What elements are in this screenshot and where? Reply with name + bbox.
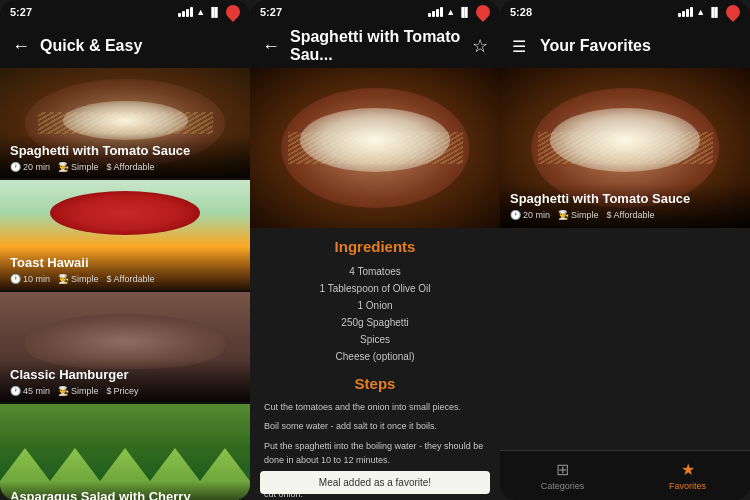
battery-icon-3: ▐▌	[708, 7, 721, 17]
screen-favorites: 5:28 ▲ ▐▌ ☰ Your Favorites Spaghetti wit…	[500, 0, 750, 500]
ingredient-5: Spices	[264, 331, 486, 348]
recipe-time-2: 10 min	[23, 274, 50, 284]
detail-hero-image	[250, 68, 500, 228]
recipe-cost-3: Pricey	[114, 386, 139, 396]
clock-icon-3: 🕐	[10, 386, 21, 396]
recipe-overlay-2: Toast Hawaii 🕐 10 min 👨‍🍳 Simple $ Affor…	[0, 247, 250, 290]
notification-badge-1	[223, 2, 243, 22]
chef-icon-fav: 👨‍🍳	[558, 210, 569, 220]
recipe-card-asparagus[interactable]: Asparagus Salad with Cherry	[0, 404, 250, 500]
ingredient-6: Cheese (optional)	[264, 348, 486, 365]
notification-badge-2	[473, 2, 493, 22]
notification-badge-3	[723, 2, 743, 22]
ingredients-list: 4 Tomatoes 1 Tablespoon of Olive Oil 1 O…	[264, 263, 486, 365]
wifi-icon-3: ▲	[696, 7, 705, 17]
recipe-cost-1: Affordable	[114, 162, 155, 172]
fav-recipe-difficulty: Simple	[571, 210, 599, 220]
ingredient-3: 1 Onion	[264, 297, 486, 314]
ingredient-1: 4 Tomatoes	[264, 263, 486, 280]
fav-recipe-time: 20 min	[523, 210, 550, 220]
recipe-difficulty-2: Simple	[71, 274, 99, 284]
recipe-time-3: 45 min	[23, 386, 50, 396]
recipe-card-burger[interactable]: Classic Hamburger 🕐 45 min 👨‍🍳 Simple $ …	[0, 292, 250, 402]
ingredient-4: 250g Spaghetti	[264, 314, 486, 331]
ingredient-2: 1 Tablespoon of Olive Oil	[264, 280, 486, 297]
recipe-meta-3: 🕐 45 min 👨‍🍳 Simple $ Pricey	[10, 386, 240, 396]
dollar-icon-1: $	[107, 162, 112, 172]
signal-icon-3	[678, 7, 693, 17]
clock-icon-2: 🕐	[10, 274, 21, 284]
recipe-name-1: Spaghetti with Tomato Sauce	[10, 143, 240, 158]
favorites-content: Spaghetti with Tomato Sauce 🕐 20 min 👨‍🍳…	[500, 68, 750, 500]
menu-icon[interactable]: ☰	[512, 37, 526, 56]
clock-icon-fav: 🕐	[510, 210, 521, 220]
signal-icon-2	[428, 7, 443, 17]
nav-categories-label: Categories	[541, 481, 585, 491]
recipe-cost-2: Affordable	[114, 274, 155, 284]
status-bar-3: 5:28 ▲ ▐▌	[500, 0, 750, 24]
favorites-spacer	[500, 228, 750, 450]
page-title-1: Quick & Easy	[40, 37, 238, 55]
screen-list: 5:27 ▲ ▐▌ ← Quick & Easy Spaghetti with …	[0, 0, 250, 500]
recipe-overlay-1: Spaghetti with Tomato Sauce 🕐 20 min 👨‍🍳…	[0, 135, 250, 178]
step-1: Cut the tomatoes and the onion into smal…	[264, 400, 486, 414]
recipe-meta-1: 🕐 20 min 👨‍🍳 Simple $ Affordable	[10, 162, 240, 172]
signal-icon-1	[178, 7, 193, 17]
status-icons-2: ▲ ▐▌	[428, 5, 490, 19]
detail-spaghetti-image	[250, 68, 500, 228]
nav-favorites-label: Favorites	[669, 481, 706, 491]
toast-notification: Meal added as a favorite!	[260, 471, 490, 494]
fav-recipe-meta: 🕐 20 min 👨‍🍳 Simple $ Affordable	[510, 210, 740, 220]
bottom-nav: ⊞ Categories ★ Favorites	[500, 450, 750, 500]
status-icons-1: ▲ ▐▌	[178, 5, 240, 19]
back-button-2[interactable]: ←	[262, 36, 280, 57]
recipe-card-spaghetti[interactable]: Spaghetti with Tomato Sauce 🕐 20 min 👨‍🍳…	[0, 68, 250, 178]
page-title-2: Spaghetti with Tomato Sau...	[290, 28, 462, 64]
wifi-icon-2: ▲	[446, 7, 455, 17]
nav-categories[interactable]: ⊞ Categories	[500, 451, 625, 500]
recipe-overlay-3: Classic Hamburger 🕐 45 min 👨‍🍳 Simple $ …	[0, 359, 250, 402]
dollar-icon-2: $	[107, 274, 112, 284]
recipe-difficulty-1: Simple	[71, 162, 99, 172]
screen-detail: 5:27 ▲ ▐▌ ← Spaghetti with Tomato Sau...…	[250, 0, 500, 500]
detail-content-area: Ingredients 4 Tomatoes 1 Tablespoon of O…	[250, 228, 500, 500]
steps-title: Steps	[264, 375, 486, 392]
recipe-difficulty-3: Simple	[71, 386, 99, 396]
status-icons-3: ▲ ▐▌	[678, 5, 740, 19]
status-time-2: 5:27	[260, 6, 282, 18]
step-3: Put the spaghetti into the boiling water…	[264, 439, 486, 468]
status-bar-1: 5:27 ▲ ▐▌	[0, 0, 250, 24]
categories-icon: ⊞	[556, 460, 569, 479]
recipe-meta-2: 🕐 10 min 👨‍🍳 Simple $ Affordable	[10, 274, 240, 284]
chef-icon-1: 👨‍🍳	[58, 162, 69, 172]
recipe-name-4: Asparagus Salad with Cherry	[10, 489, 240, 500]
page-title-3: Your Favorites	[540, 37, 738, 55]
recipe-time-1: 20 min	[23, 162, 50, 172]
status-time-3: 5:28	[510, 6, 532, 18]
recipe-name-2: Toast Hawaii	[10, 255, 240, 270]
nav-favorites[interactable]: ★ Favorites	[625, 451, 750, 500]
recipe-detail-container: Ingredients 4 Tomatoes 1 Tablespoon of O…	[250, 68, 500, 500]
app-header-1: ← Quick & Easy	[0, 24, 250, 68]
recipe-list: Spaghetti with Tomato Sauce 🕐 20 min 👨‍🍳…	[0, 68, 250, 500]
recipe-card-toast[interactable]: Toast Hawaii 🕐 10 min 👨‍🍳 Simple $ Affor…	[0, 180, 250, 290]
app-header-3: ☰ Your Favorites	[500, 24, 750, 68]
favorite-button[interactable]: ☆	[472, 35, 488, 57]
recipe-overlay-4: Asparagus Salad with Cherry	[0, 481, 250, 500]
favorites-overlay: Spaghetti with Tomato Sauce 🕐 20 min 👨‍🍳…	[500, 183, 750, 228]
favorites-hero[interactable]: Spaghetti with Tomato Sauce 🕐 20 min 👨‍🍳…	[500, 68, 750, 228]
favorites-icon: ★	[681, 460, 695, 479]
back-button-1[interactable]: ←	[12, 36, 30, 57]
dollar-icon-fav: $	[607, 210, 612, 220]
battery-icon-1: ▐▌	[208, 7, 221, 17]
clock-icon-1: 🕐	[10, 162, 21, 172]
fav-recipe-name: Spaghetti with Tomato Sauce	[510, 191, 740, 206]
fav-recipe-cost: Affordable	[614, 210, 655, 220]
app-header-2: ← Spaghetti with Tomato Sau... ☆	[250, 24, 500, 68]
dollar-icon-3: $	[107, 386, 112, 396]
status-time-1: 5:27	[10, 6, 32, 18]
battery-icon-2: ▐▌	[458, 7, 471, 17]
chef-icon-2: 👨‍🍳	[58, 274, 69, 284]
wifi-icon-1: ▲	[196, 7, 205, 17]
recipe-name-3: Classic Hamburger	[10, 367, 240, 382]
